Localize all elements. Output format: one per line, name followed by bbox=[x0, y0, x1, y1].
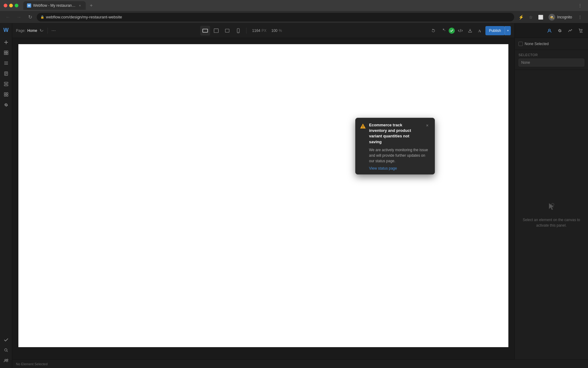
canvas-area: ! Ecommerce track inventory and product … bbox=[12, 38, 514, 359]
svg-rect-18 bbox=[6, 93, 8, 94]
sidebar-item-settings[interactable] bbox=[1, 100, 11, 110]
sidebar-item-pages[interactable] bbox=[1, 69, 11, 79]
sidebar-item-components[interactable] bbox=[1, 48, 11, 58]
toolbar-separator-1 bbox=[47, 28, 48, 34]
ecommerce-panel-button[interactable] bbox=[576, 26, 586, 36]
profile-icon[interactable]: ⬜ bbox=[536, 13, 545, 21]
publish-button-group: Publish ▾ bbox=[485, 26, 511, 35]
viewport-992-button[interactable] bbox=[222, 26, 232, 36]
page-name: Home bbox=[27, 29, 37, 33]
viewport-separator bbox=[246, 28, 247, 34]
publish-label: Publish bbox=[489, 29, 501, 33]
warning-icon-wrapper: ! bbox=[360, 123, 366, 130]
nav-back-button[interactable]: ← bbox=[4, 13, 12, 21]
traffic-light-green[interactable] bbox=[15, 4, 18, 7]
publish-dropdown-button[interactable]: ▾ bbox=[505, 26, 511, 35]
sidebar-item-search[interactable] bbox=[1, 345, 11, 355]
svg-rect-6 bbox=[4, 62, 8, 62]
address-lock-icon: 🔒 bbox=[40, 15, 44, 19]
viewport-size-display: 1164 PX 100 % bbox=[250, 29, 284, 33]
none-selected-text: None Selected bbox=[525, 42, 549, 46]
right-panel-header: None Selected bbox=[515, 38, 588, 50]
traffic-light-yellow[interactable] bbox=[9, 4, 13, 7]
topbar-main: Page: Home ⋯ bbox=[12, 23, 514, 38]
app-inner: Page: Home ⋯ bbox=[12, 23, 588, 368]
viewport-full-button[interactable] bbox=[200, 26, 210, 36]
traffic-light-red[interactable] bbox=[4, 4, 7, 7]
selector-section: Selector None bbox=[515, 50, 588, 70]
sidebar-item-assets[interactable] bbox=[1, 90, 11, 99]
canvas-page bbox=[18, 44, 508, 347]
none-selected-checkbox bbox=[518, 42, 523, 46]
export-button[interactable] bbox=[466, 26, 474, 35]
selector-input[interactable]: None bbox=[518, 59, 584, 67]
svg-rect-24 bbox=[203, 29, 208, 32]
favorites-icon[interactable]: ☆ bbox=[526, 13, 535, 21]
right-panel-toolbar bbox=[514, 23, 588, 38]
status-text: No Element Selected bbox=[16, 362, 47, 366]
svg-point-33 bbox=[548, 29, 550, 31]
element-panel-hint: Select an element on the canvas to activ… bbox=[521, 217, 582, 228]
svg-point-35 bbox=[582, 32, 582, 33]
svg-rect-8 bbox=[4, 64, 8, 65]
viewport-px-unit: PX bbox=[262, 29, 266, 33]
extensions-icon[interactable]: ⚡ bbox=[517, 13, 525, 21]
toolbar-options-button[interactable]: ⋯ bbox=[51, 28, 56, 33]
webflow-logo: W bbox=[2, 26, 10, 34]
sidebar-item-cms[interactable] bbox=[1, 79, 11, 89]
browser-menu-button[interactable]: ⋮ bbox=[576, 13, 584, 21]
address-text: webflow.com/design/my-restaurant-website bbox=[46, 15, 122, 19]
sidebar-item-users[interactable] bbox=[1, 356, 11, 366]
sidebar-item-add[interactable] bbox=[1, 37, 11, 47]
webflow-app: W bbox=[0, 23, 588, 368]
svg-text:A: A bbox=[478, 29, 481, 33]
page-selector[interactable]: Page: Home bbox=[16, 29, 37, 33]
code-editor-button[interactable] bbox=[456, 26, 465, 35]
address-bar[interactable]: 🔒 webflow.com/design/my-restaurant-websi… bbox=[37, 13, 514, 21]
browser-more-button[interactable]: ⋮ bbox=[576, 1, 584, 10]
viewport-px-value: 1164 bbox=[252, 29, 260, 33]
notification-status-link[interactable]: View status page bbox=[369, 166, 430, 171]
svg-rect-7 bbox=[4, 63, 8, 63]
page-refresh-button[interactable] bbox=[40, 28, 44, 33]
svg-rect-5 bbox=[6, 53, 8, 55]
viewport-mobile-button[interactable] bbox=[233, 26, 243, 36]
sidebar-item-check[interactable] bbox=[1, 335, 11, 345]
browser-tabs: W Webflow - My restaurant web... × + bbox=[23, 1, 297, 10]
font-manager-button[interactable]: A bbox=[476, 26, 484, 35]
viewport-zoom-value: 100 bbox=[271, 29, 277, 33]
nav-forward-button[interactable]: → bbox=[15, 13, 23, 21]
svg-rect-2 bbox=[4, 51, 6, 52]
notification-close-button[interactable]: × bbox=[424, 122, 430, 128]
save-status-indicator bbox=[449, 28, 455, 34]
tab-new-button[interactable]: + bbox=[87, 1, 96, 10]
style-panel-button[interactable] bbox=[545, 26, 554, 36]
incognito-button[interactable]: 🕵 Incognito bbox=[546, 13, 575, 21]
redo-button[interactable] bbox=[439, 26, 447, 35]
toolbar-right-group: A Publish ▾ bbox=[429, 26, 511, 35]
viewport-1280-button[interactable] bbox=[211, 26, 221, 36]
svg-rect-4 bbox=[4, 53, 6, 55]
sidebar-bottom bbox=[1, 335, 11, 366]
notification-popup: ! Ecommerce track inventory and product … bbox=[355, 118, 435, 174]
nav-refresh-button[interactable]: ↻ bbox=[26, 13, 34, 21]
publish-button[interactable]: Publish bbox=[485, 26, 505, 35]
svg-point-34 bbox=[580, 32, 581, 33]
tab-favicon: W bbox=[27, 3, 31, 8]
notification-message: We are actively monitoring the issue and… bbox=[369, 147, 430, 164]
interactions-panel-button[interactable] bbox=[565, 26, 575, 36]
svg-point-38 bbox=[552, 203, 554, 206]
notification-title: Ecommerce track inventory and product va… bbox=[369, 122, 421, 145]
undo-button[interactable] bbox=[429, 26, 438, 35]
settings-panel-button[interactable] bbox=[555, 26, 565, 36]
browser-tab-active[interactable]: W Webflow - My restaurant web... × bbox=[23, 1, 86, 10]
svg-point-22 bbox=[5, 359, 6, 361]
sidebar-item-navigator[interactable] bbox=[1, 58, 11, 68]
tab-title: Webflow - My restaurant web... bbox=[33, 3, 76, 8]
svg-point-20 bbox=[5, 349, 7, 351]
svg-line-21 bbox=[7, 351, 8, 352]
svg-rect-28 bbox=[225, 29, 229, 32]
status-bar: No Element Selected bbox=[12, 359, 588, 368]
tab-close-button[interactable]: × bbox=[78, 3, 82, 8]
svg-rect-17 bbox=[4, 95, 6, 96]
